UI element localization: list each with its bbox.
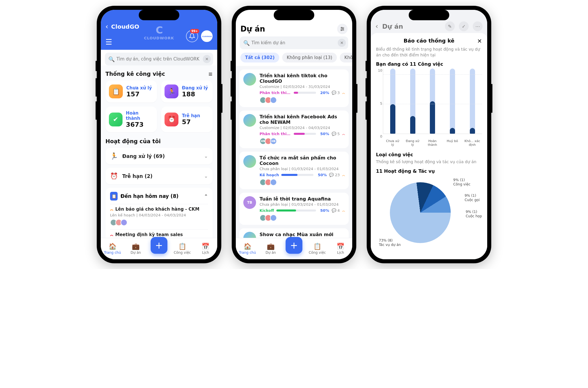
clipboard-icon: 📋 xyxy=(110,192,118,201)
priority-icon: ︽ xyxy=(342,208,345,213)
edit-icon[interactable]: ✎ xyxy=(445,21,455,31)
priority-icon: ︽ xyxy=(342,132,345,136)
activity-doing[interactable]: 🏃 Đang xử lý (69) ⌄ xyxy=(105,148,213,164)
svg-point-1 xyxy=(341,27,342,28)
settings-icon[interactable] xyxy=(337,24,348,34)
alarm-icon: ⏰ xyxy=(110,172,119,180)
project-card[interactable]: TBTuần lễ thời trang AquafinaChưa phân l… xyxy=(239,193,349,225)
task-type-pie-chart: 9% (1) Công việc 9% (1) Cuộc gọi 9% (1) … xyxy=(376,178,482,247)
tabbar: 🏠Trang chủ 💼Dự án 📋Công việc 📅Lịch + xyxy=(236,238,352,259)
brand-logo: C CLOUDWORK xyxy=(144,24,174,40)
task-row[interactable]: ︽ Meeting định kỳ team sales Lên kế hoạc… xyxy=(110,229,208,238)
running-icon: 🏃 xyxy=(110,152,119,160)
comment-icon: 💬 5 xyxy=(332,132,340,136)
check-icon[interactable]: ✓ xyxy=(459,21,469,31)
filter-chip[interactable]: Tất cả (302) xyxy=(240,53,279,62)
tab-home[interactable]: 🏠Trang chủ xyxy=(104,243,121,255)
status-bar-chart: 1050 Chưa xử lýĐang xử lýHoàn thànhHuỷ b… xyxy=(376,69,482,147)
stat-doing[interactable]: 🏃 Đang xử lý 188 xyxy=(161,80,213,102)
search-icon: 🔍 xyxy=(243,40,250,46)
chevron-up-icon[interactable]: ⌃ xyxy=(204,194,208,199)
clear-search-icon[interactable]: ✕ xyxy=(338,39,346,47)
priority-icon: ︽ xyxy=(110,232,113,237)
sheet-title: Báo cáo thống kê xyxy=(403,38,454,44)
stat-late[interactable]: ⏰ Trễ hạn 57 xyxy=(161,106,213,132)
tab-home[interactable]: 🏠Trang chủ xyxy=(239,243,256,255)
running-icon: 🏃 xyxy=(165,84,178,98)
project-card[interactable]: Show ca nhạc Mùa xuân mới 2024Chưa phân … xyxy=(239,228,349,238)
project-avatar xyxy=(243,232,256,238)
home-icon: 🏠 xyxy=(109,243,116,250)
fab-add[interactable]: + xyxy=(286,237,302,254)
project-avatar xyxy=(243,114,256,127)
home-icon: 🏠 xyxy=(244,243,251,250)
more-icon[interactable]: ⋯ xyxy=(473,21,483,31)
chart-title: Bạn đang có 11 Công việc xyxy=(376,61,482,67)
stat-pending[interactable]: 📋 Chưa xử lý 157 xyxy=(105,80,157,102)
section-title: Loại công việc xyxy=(376,152,482,157)
filter-chip[interactable]: Không xác xyxy=(340,53,352,62)
tab-projects[interactable]: 💼Dự án xyxy=(262,243,280,255)
task-row[interactable]: ︽ Lên báo giá cho khách hàng - CKM Lên k… xyxy=(110,204,208,229)
priority-icon: ︽ xyxy=(110,207,113,212)
project-card[interactable]: Tổ chức ra mắt sản phẩm cho CocoonChưa p… xyxy=(239,152,349,189)
svg-point-3 xyxy=(343,29,344,30)
tab-projects[interactable]: 💼Dự án xyxy=(127,243,145,255)
check-icon: ✔ xyxy=(109,113,123,126)
due-today-block: 📋 Đến hạn hôm nay (8) ⌃ ︽ Lên báo giá ch… xyxy=(105,188,213,238)
search-icon: 🔍 xyxy=(108,56,115,62)
tab-tasks[interactable]: 📋Công việc xyxy=(174,243,191,255)
clipboard-icon: 📋 xyxy=(178,243,186,250)
project-avatar: TB xyxy=(243,196,256,209)
stat-done[interactable]: ✔ Hoàn thành 3673 xyxy=(105,106,157,132)
filter-chip[interactable]: Không phân loại (13) xyxy=(282,53,337,62)
clipboard-icon: 📋 xyxy=(109,84,123,98)
project-avatar xyxy=(243,155,256,168)
svg-point-5 xyxy=(341,30,342,31)
profile-avatar[interactable]: CLOUDGO xyxy=(201,30,213,42)
clipboard-icon: 📋 xyxy=(313,243,321,250)
filter-icon[interactable]: ≡ xyxy=(208,71,213,77)
activity-title: Hoạt động của tôi xyxy=(105,138,161,144)
project-avatar xyxy=(243,73,256,86)
calendar-icon: 📅 xyxy=(202,243,209,250)
tab-calendar[interactable]: 📅Lịch xyxy=(197,243,214,255)
bell-icon[interactable]: 99+ xyxy=(186,30,198,42)
sheet-description: Biểu đồ thống kê tình trạng hoạt động và… xyxy=(376,47,482,58)
clear-search-icon[interactable]: ✕ xyxy=(203,55,211,63)
section-sub: Thống kê số lượng hoạt động và tác vụ củ… xyxy=(376,159,482,165)
page-title: Dự án xyxy=(240,25,265,33)
activity-late[interactable]: ⏰ Trễ hạn (2) ⌄ xyxy=(105,168,213,184)
fab-add[interactable]: + xyxy=(151,237,167,254)
header-title: CloudGO xyxy=(111,23,139,30)
project-card[interactable]: Triển khai kênh Facebook Ads cho NEWAMCu… xyxy=(239,111,349,148)
chevron-down-icon: ⌄ xyxy=(204,153,208,159)
briefcase-icon: 💼 xyxy=(267,243,275,250)
comment-icon: 💬 3 xyxy=(332,91,340,95)
close-icon[interactable]: ✕ xyxy=(477,38,482,45)
tabbar: 🏠Trang chủ 💼Dự án 📋Công việc 📅Lịch + xyxy=(101,238,217,259)
briefcase-icon: 💼 xyxy=(132,243,140,250)
comment-icon: 💬 4 xyxy=(332,208,340,213)
calendar-icon: 📅 xyxy=(337,243,344,250)
chevron-down-icon: ⌄ xyxy=(204,173,208,179)
priority-icon: ︽ xyxy=(342,91,345,95)
notification-badge: 99+ xyxy=(190,29,199,33)
tab-tasks[interactable]: 📋Công việc xyxy=(308,243,326,255)
back-icon[interactable]: ‹ xyxy=(375,22,378,30)
search-input[interactable] xyxy=(105,53,213,65)
comment-icon: 💬 23 xyxy=(329,173,340,177)
stats-title: Thống kê công việc xyxy=(105,71,165,77)
project-card[interactable]: Triển khai kênh tiktok cho CloudGOCustom… xyxy=(239,69,349,107)
back-icon[interactable]: ‹ xyxy=(105,23,108,31)
search-input[interactable] xyxy=(240,36,348,49)
pie-title: 11 Hoạt động & Tác vụ xyxy=(376,168,482,174)
alarm-icon: ⏰ xyxy=(165,113,178,126)
priority-icon: ︽ xyxy=(342,173,345,177)
tab-calendar[interactable]: 📅Lịch xyxy=(332,243,349,255)
